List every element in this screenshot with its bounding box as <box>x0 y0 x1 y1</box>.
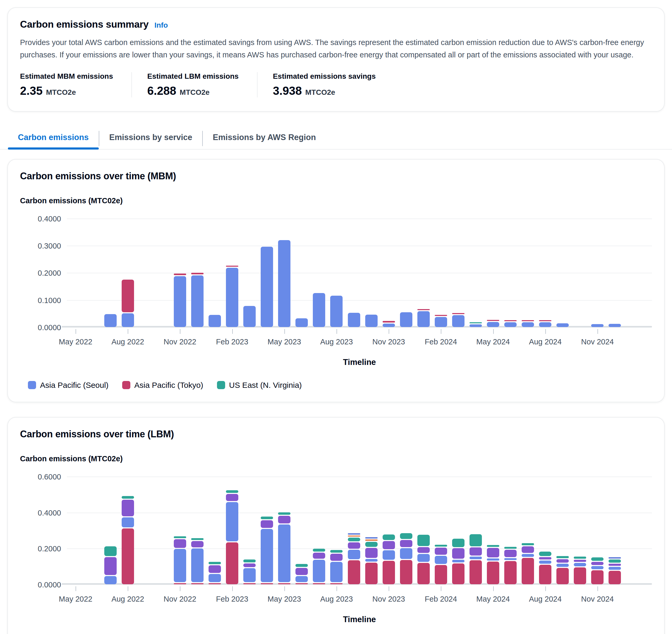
stacked-bar <box>226 266 238 327</box>
month-slot <box>398 477 415 585</box>
stacked-bar <box>574 327 586 327</box>
x-tick-mark <box>598 586 598 591</box>
summary-description: Provides your total AWS carbon emissions… <box>20 36 652 61</box>
bar-segment <box>104 314 117 327</box>
x-slot <box>345 586 363 608</box>
bar-segment <box>243 568 256 582</box>
x-slot: Feb 2024 <box>432 328 450 351</box>
legend-label: Asia Pacific (Seoul) <box>40 381 109 390</box>
stacked-bar <box>104 314 117 327</box>
bar-segment <box>348 536 360 537</box>
tab-carbon-emissions[interactable]: Carbon emissions <box>8 128 99 149</box>
bar-segment <box>330 550 342 553</box>
stacked-bar <box>400 533 412 585</box>
bar-segment <box>383 541 395 549</box>
bar-segment <box>174 539 186 548</box>
bar-segment <box>365 537 378 538</box>
stacked-bar <box>70 584 82 585</box>
bar-segment <box>191 275 203 327</box>
month-slot <box>484 477 502 585</box>
x-slot: Aug 2024 <box>537 328 554 351</box>
month-slot <box>189 477 206 585</box>
bar-segment <box>330 583 342 584</box>
y-axis-title: Carbon emissions (MTC02e) <box>20 196 652 205</box>
bar-segment <box>209 315 221 327</box>
tab-bar: Carbon emissions Emissions by service Em… <box>0 128 672 150</box>
x-tick-mark <box>389 329 389 334</box>
stat-unit: MTCO2e <box>305 88 335 97</box>
y-tick-label: 0.0000 <box>38 580 61 589</box>
x-slot <box>554 586 571 608</box>
bar-segment <box>330 296 342 327</box>
bar-segment <box>435 556 447 564</box>
x-slot: Aug 2022 <box>119 328 137 351</box>
bar-segment <box>348 550 360 559</box>
month-slot <box>276 219 293 327</box>
month-slot <box>84 219 102 327</box>
stacked-bar <box>522 543 534 585</box>
bar-segment <box>209 565 221 573</box>
month-slot <box>206 477 223 585</box>
month-slot <box>502 477 519 585</box>
month-slot <box>119 477 137 585</box>
month-slot <box>519 477 537 585</box>
bar-segment <box>104 546 117 556</box>
x-slot <box>345 328 363 351</box>
bar-segment <box>556 568 569 584</box>
tab-emissions-by-aws-region[interactable]: Emissions by AWS Region <box>203 128 326 149</box>
x-slot: May 2022 <box>67 586 84 608</box>
bar-segment <box>417 547 430 553</box>
stacked-bar <box>539 552 551 585</box>
month-slot <box>154 219 171 327</box>
y-tick-label: 0.1000 <box>38 296 61 304</box>
month-slot <box>345 477 363 585</box>
bar-segment <box>574 560 586 562</box>
legend-item[interactable]: Asia Pacific (Tokyo) <box>122 381 203 390</box>
bar-segment <box>539 322 551 327</box>
stacked-bar <box>504 320 517 327</box>
bar-segment <box>122 313 134 327</box>
bar-segment <box>348 538 360 541</box>
x-axis: May 2022Aug 2022Nov 2022Feb 2023May 2023… <box>20 586 652 608</box>
month-slot <box>293 477 310 585</box>
month-slot <box>554 219 571 327</box>
bar-segment <box>504 558 517 560</box>
month-slot <box>310 219 328 327</box>
bar-segment <box>608 564 621 566</box>
stat-unit: MTCO2e <box>179 88 210 97</box>
bar-segment <box>313 553 325 559</box>
stacked-bar <box>504 547 517 585</box>
month-slot <box>102 219 119 327</box>
bar-segment <box>226 494 238 501</box>
x-tick-mark <box>441 329 441 334</box>
bar-segment <box>470 534 482 546</box>
month-slot <box>84 477 102 585</box>
info-link[interactable]: Info <box>154 21 168 29</box>
x-slot: Nov 2023 <box>380 328 398 351</box>
legend-item[interactable]: US East (N. Virginia) <box>217 381 302 390</box>
bar-segment <box>383 561 395 584</box>
bar-segment <box>365 315 378 327</box>
x-slot: Aug 2024 <box>537 586 554 608</box>
x-axis: May 2022Aug 2022Nov 2022Feb 2023May 2023… <box>20 328 652 351</box>
stacked-bar <box>365 537 378 585</box>
month-slot <box>450 477 467 585</box>
bar-segment <box>539 557 551 560</box>
bar-segment <box>539 565 551 584</box>
x-tick-mark <box>128 586 128 591</box>
bar-segment <box>243 583 256 584</box>
bar-segment <box>539 552 551 556</box>
bar-segment <box>278 516 290 523</box>
bar-segment <box>452 313 464 314</box>
bar-segment <box>295 564 308 567</box>
legend-label: Asia Pacific (Tokyo) <box>134 381 203 390</box>
y-tick-label: 0.3000 <box>38 242 61 250</box>
month-slot <box>415 219 432 327</box>
stacked-bar <box>70 327 82 327</box>
bar-segment <box>522 546 534 553</box>
stacked-bar <box>400 312 412 327</box>
summary-title: Carbon emissions summary <box>20 19 148 30</box>
stacked-bar <box>330 550 342 585</box>
legend-item[interactable]: Asia Pacific (Seoul) <box>28 381 109 390</box>
tab-emissions-by-service[interactable]: Emissions by service <box>99 128 202 149</box>
